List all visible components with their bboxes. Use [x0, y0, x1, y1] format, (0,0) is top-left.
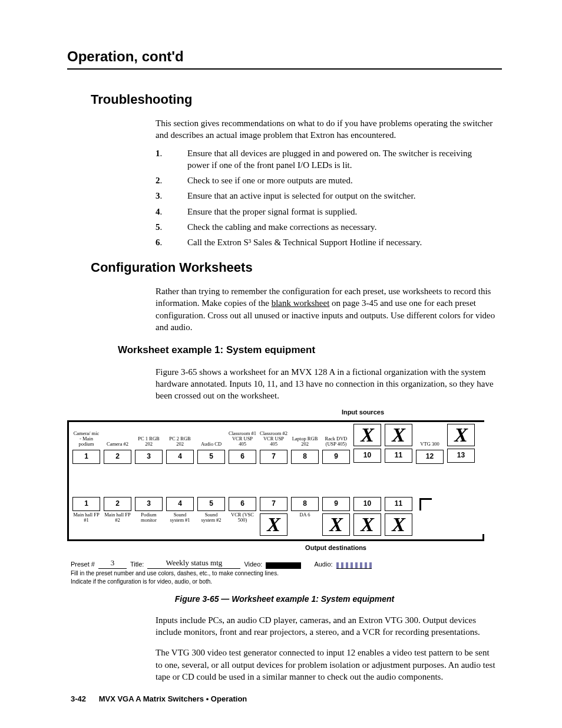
output-number-box: 2 — [104, 497, 131, 511]
output-cell: 4Sound system #1 — [166, 497, 194, 536]
input-number-box: 2 — [104, 450, 131, 464]
output-cell: 10X — [353, 497, 381, 536]
input-cell: Laptop RGB 2028 — [291, 424, 319, 464]
output-device-label: Sound system #2 — [197, 512, 225, 536]
page-number: 3-42 — [71, 694, 86, 703]
input-device-label: PC 2 RGB 202 — [166, 424, 194, 447]
input-cell: PC 2 RGB 2024 — [166, 424, 194, 464]
heading-config-worksheets: Configuration Worksheets — [91, 259, 498, 276]
input-device-label: Rack DVD (USP 405) — [322, 424, 350, 447]
input-device-label: Camera/ mic - Main podium — [72, 424, 100, 447]
step-number: 3. — [156, 190, 187, 202]
worksheet-legend: Preset # 3 Title: Weekly status mtg Vide… — [71, 558, 484, 585]
header-rule — [67, 68, 502, 70]
output-device-label: Sound system #1 — [166, 512, 194, 536]
frame-corner-icon — [419, 498, 432, 510]
example1-p2: Inputs include PCs, an audio CD player, … — [156, 614, 496, 638]
example1-p1: Figure 3-65 shows a worksheet for an MVX… — [156, 366, 496, 402]
preset-value: 3 — [98, 558, 127, 569]
input-number-box: 6 — [229, 450, 256, 464]
output-crossed-out: X — [353, 513, 381, 536]
output-number-box: 1 — [72, 497, 100, 511]
config-worksheets-intro: Rather than trying to remember the confi… — [156, 285, 496, 333]
heading-worksheet-example-1: Worksheet example 1: System equipment — [118, 344, 498, 357]
input-number-box: 3 — [135, 450, 163, 464]
input-cell: X11 — [385, 424, 412, 464]
input-cell: PC 1 RGB 2023 — [135, 424, 163, 464]
step-text: Check to see if one or more outputs are … — [187, 174, 353, 186]
output-cell: 11X — [385, 497, 412, 536]
output-number-box: 5 — [197, 497, 225, 511]
input-cell: Rack DVD (USP 405)9 — [322, 424, 350, 464]
x-mark-icon: X — [267, 515, 280, 535]
title-label: Title: — [130, 560, 144, 569]
output-number-box: 3 — [135, 497, 163, 511]
troubleshooting-step: 2.Check to see if one or more outputs ar… — [156, 174, 496, 186]
output-number-box: 4 — [166, 497, 194, 511]
troubleshooting-step: 1.Ensure that all devices are plugged in… — [156, 147, 496, 172]
title-value: Weekly status mtg — [147, 558, 240, 569]
output-cell: 1Main hall FP #1 — [72, 497, 100, 536]
input-device-label: Laptop RGB 202 — [291, 424, 319, 447]
output-device-label: VCR (VSC 500) — [229, 512, 256, 536]
troubleshooting-step: 5.Check the cabling and make corrections… — [156, 221, 496, 233]
input-cell: X13 — [447, 424, 475, 464]
input-crossed-out: X — [385, 424, 412, 446]
output-destinations-label: Output destinations — [67, 543, 484, 552]
output-number-box: 6 — [229, 497, 256, 511]
output-crossed-out: X — [260, 513, 287, 536]
input-device-label: PC 1 RGB 202 — [135, 424, 163, 447]
step-text: Check the cabling and make corrections a… — [187, 221, 376, 233]
input-cell: Classroom #1 VCR USP 4056 — [229, 424, 256, 464]
output-cell: 6VCR (VSC 500) — [229, 497, 256, 536]
input-device-label: Classroom #2 VCR USP 405 — [260, 424, 287, 447]
input-number-box: 11 — [385, 449, 412, 463]
troubleshooting-step: 4.Ensure that the proper signal format i… — [156, 206, 496, 218]
output-number-box: 7 — [260, 497, 287, 511]
input-number-box: 5 — [197, 450, 225, 464]
output-cell: 9X — [322, 497, 350, 536]
x-mark-icon: X — [392, 515, 405, 535]
input-number-box: 13 — [447, 449, 475, 463]
input-cell: Audio CD5 — [197, 424, 225, 464]
blank-worksheet-link[interactable]: blank worksheet — [272, 298, 330, 308]
figure-caption: Figure 3-65 — Worksheet example 1: Syste… — [71, 594, 498, 605]
step-number: 2. — [156, 174, 187, 186]
input-device-label: Classroom #1 VCR USP 405 — [229, 424, 256, 447]
input-device-label: Camera #2 — [107, 424, 128, 447]
output-number-box: 8 — [291, 497, 319, 511]
input-device-label: VTG 300 — [420, 424, 439, 447]
output-number-box: 9 — [322, 497, 350, 511]
input-number-box: 10 — [353, 449, 381, 463]
output-cell: 5Sound system #2 — [197, 497, 225, 536]
output-device-label: Main hall FP #2 — [104, 512, 131, 536]
output-device-label: DA 6 — [299, 512, 310, 536]
step-number: 5. — [156, 221, 187, 233]
worksheet-figure: Input sources Camera/ mic - Main podium1… — [67, 408, 484, 585]
input-cell: VTG 30012 — [416, 424, 444, 464]
legend-note-1: Fill in the preset number and use colors… — [71, 570, 484, 577]
input-cell: Camera/ mic - Main podium1 — [72, 424, 100, 464]
output-number-box: 11 — [385, 497, 412, 511]
x-mark-icon: X — [361, 515, 374, 535]
input-number-box: 1 — [72, 450, 100, 464]
x-mark-icon: X — [361, 425, 374, 445]
preset-label: Preset # — [71, 560, 95, 569]
output-number-box: 10 — [353, 497, 381, 511]
troubleshooting-intro: This section gives recommendations on wh… — [156, 117, 496, 141]
example1-p3: The VTG 300 video test generator connect… — [156, 647, 496, 683]
video-label: Video: — [244, 560, 262, 569]
output-cell: 7X — [260, 497, 287, 536]
input-device-label: Audio CD — [201, 424, 222, 447]
input-crossed-out: X — [447, 424, 475, 446]
step-text: Ensure that all devices are plugged in a… — [187, 147, 496, 172]
input-crossed-out: X — [353, 424, 381, 446]
input-cell: Camera #22 — [104, 424, 131, 464]
output-device-label: Main hall FP #1 — [72, 512, 100, 536]
page-footer: 3-42 MVX VGA A Matrix Switchers • Operat… — [71, 694, 247, 704]
footer-title: MVX VGA A Matrix Switchers • Operation — [99, 694, 247, 703]
output-device-label: Podium monitor — [135, 512, 163, 536]
input-number-box: 12 — [416, 450, 444, 464]
output-crossed-out: X — [322, 513, 350, 536]
heading-troubleshooting: Troubleshooting — [91, 91, 498, 108]
